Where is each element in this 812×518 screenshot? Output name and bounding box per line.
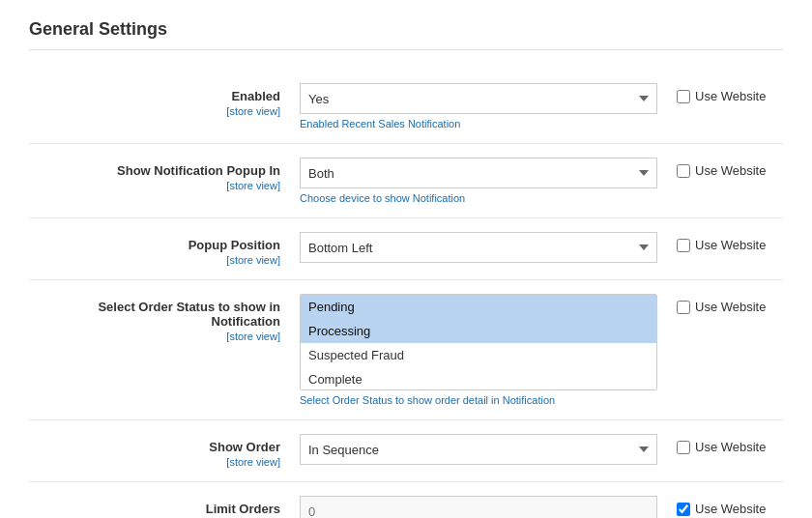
select-show_notification[interactable]: BothDesktopMobile xyxy=(300,158,657,188)
use-website-col-show_notification: Use Website xyxy=(657,158,773,178)
use-website-checkbox-order_status[interactable] xyxy=(677,301,690,314)
input-col-limit_orders: Enter number to show orders in notificat… xyxy=(300,496,657,518)
use-website-label-show_notification[interactable]: Use Website xyxy=(677,163,766,178)
use-website-text-order_status: Use Website xyxy=(695,300,766,314)
hint-show_notification: Choose device to show Notification xyxy=(300,192,657,204)
use-website-col-limit_orders: Use Website xyxy=(657,496,773,516)
use-website-text-enabled: Use Website xyxy=(695,89,766,103)
use-website-label-show_order[interactable]: Use Website xyxy=(677,440,766,454)
label-main-enabled: Enabled xyxy=(231,89,280,103)
use-website-col-order_status: Use Website xyxy=(657,294,773,314)
use-website-checkbox-popup_position[interactable] xyxy=(677,239,690,252)
use-website-label-popup_position[interactable]: Use Website xyxy=(677,238,766,252)
multiselect-order_status[interactable]: PendingProcessingSuspected FraudComplete… xyxy=(300,294,657,390)
settings-row-enabled: Enabled[store view]YesNoEnabled Recent S… xyxy=(29,70,783,143)
use-website-text-show_notification: Use Website xyxy=(695,163,766,178)
page-title: General Settings xyxy=(29,19,783,50)
use-website-text-popup_position: Use Website xyxy=(695,238,766,252)
use-website-label-order_status[interactable]: Use Website xyxy=(677,300,766,314)
label-main-show_notification: Show Notification Popup In xyxy=(117,163,280,178)
label-col-show_notification: Show Notification Popup In[store view] xyxy=(29,158,300,191)
label-store-view-enabled: [store view] xyxy=(29,105,280,117)
label-col-limit_orders: Limit Orders[store view] xyxy=(29,496,300,518)
use-website-text-show_order: Use Website xyxy=(695,440,766,454)
use-website-checkbox-show_notification[interactable] xyxy=(677,164,690,178)
select-popup_position[interactable]: Bottom LeftBottom RightTop LeftTop Right xyxy=(300,232,657,263)
use-website-label-enabled[interactable]: Use Website xyxy=(677,89,766,103)
input-col-popup_position: Bottom LeftBottom RightTop LeftTop Right xyxy=(300,232,657,263)
input-limit_orders[interactable] xyxy=(300,496,657,518)
settings-row-limit_orders: Limit Orders[store view]Enter number to … xyxy=(29,481,783,518)
label-col-popup_position: Popup Position[store view] xyxy=(29,232,300,266)
label-store-view-order_status: [store view] xyxy=(29,331,280,342)
input-col-show_order: In SequenceRandom xyxy=(300,434,657,465)
settings-container: Enabled[store view]YesNoEnabled Recent S… xyxy=(29,70,783,518)
label-store-view-show_order: [store view] xyxy=(29,456,280,468)
settings-row-show_notification: Show Notification Popup In[store view]Bo… xyxy=(29,143,783,217)
label-store-view-show_notification: [store view] xyxy=(29,180,280,191)
use-website-text-limit_orders: Use Website xyxy=(695,502,766,516)
label-col-enabled: Enabled[store view] xyxy=(29,83,300,117)
use-website-checkbox-show_order[interactable] xyxy=(677,441,690,454)
use-website-col-popup_position: Use Website xyxy=(657,232,773,252)
input-col-show_notification: BothDesktopMobileChoose device to show N… xyxy=(300,158,657,204)
settings-row-popup_position: Popup Position[store view]Bottom LeftBot… xyxy=(29,217,783,279)
label-main-show_order: Show Order xyxy=(209,440,280,454)
use-website-checkbox-enabled[interactable] xyxy=(677,90,690,103)
label-store-view-popup_position: [store view] xyxy=(29,254,280,266)
label-col-order_status: Select Order Status to show in Notificat… xyxy=(29,294,300,342)
settings-row-order_status: Select Order Status to show in Notificat… xyxy=(29,279,783,419)
label-main-popup_position: Popup Position xyxy=(188,238,280,252)
hint-enabled: Enabled Recent Sales Notification xyxy=(300,118,657,130)
label-col-show_order: Show Order[store view] xyxy=(29,434,300,468)
use-website-col-show_order: Use Website xyxy=(657,434,773,454)
input-col-enabled: YesNoEnabled Recent Sales Notification xyxy=(300,83,657,130)
hint-order_status: Select Order Status to show order detail… xyxy=(300,394,657,406)
label-main-limit_orders: Limit Orders xyxy=(206,502,280,516)
settings-row-show_order: Show Order[store view]In SequenceRandomU… xyxy=(29,419,783,481)
input-col-order_status: PendingProcessingSuspected FraudComplete… xyxy=(300,294,657,406)
use-website-col-enabled: Use Website xyxy=(657,83,773,103)
label-main-order_status: Select Order Status to show in Notificat… xyxy=(98,300,280,329)
use-website-checkbox-limit_orders[interactable] xyxy=(677,503,690,516)
use-website-label-limit_orders[interactable]: Use Website xyxy=(677,502,766,516)
select-show_order[interactable]: In SequenceRandom xyxy=(300,434,657,465)
select-enabled[interactable]: YesNo xyxy=(300,83,657,114)
